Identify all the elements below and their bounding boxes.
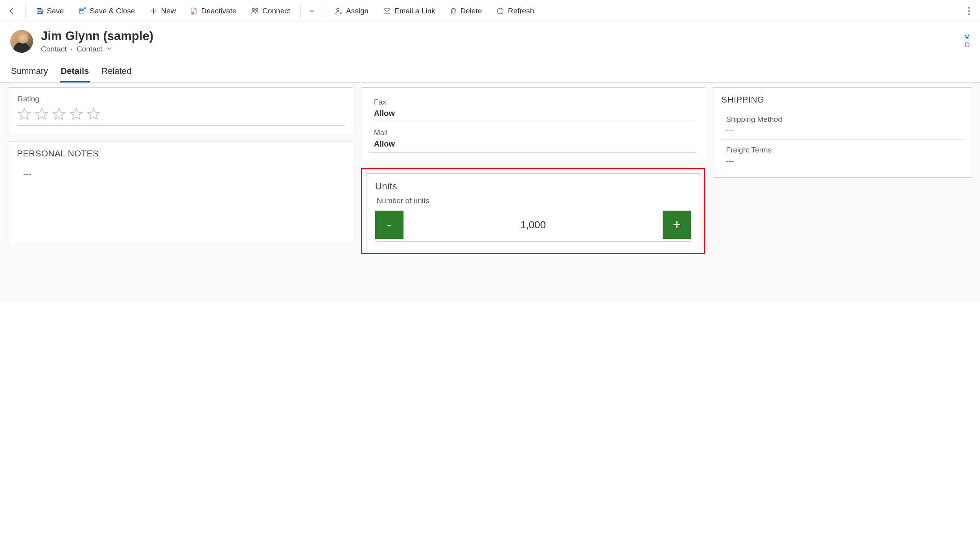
form-canvas: Rating PERSONAL NOTES --- Fax Allow [0,83,980,303]
star-icon [86,106,101,121]
save-button[interactable]: Save [30,0,69,22]
header-right-top: M [964,33,970,41]
svg-point-7 [968,13,970,15]
email-link-label: Email a Link [394,7,435,15]
form-chevron[interactable] [106,45,112,53]
delete-label: Delete [461,7,482,15]
star-icon [34,106,49,121]
form-name: Contact [77,45,102,53]
back-arrow-icon [7,7,16,15]
star-icon [69,106,84,121]
refresh-icon [496,7,505,15]
right-column: SHIPPING Shipping Method --- Freight Ter… [713,87,971,298]
shipping-method-label: Shipping Method [726,115,958,124]
tab-details[interactable]: Details [60,64,90,83]
units-title: Units [375,181,691,192]
mail-label: Mail [374,128,693,137]
fax-value: Allow [374,109,693,118]
units-stepper: - 1,000 + [375,211,691,242]
divider [25,4,26,18]
delete-button[interactable]: Delete [444,0,488,22]
freight-terms-label: Freight Terms [726,146,958,154]
email-icon [383,7,391,15]
rating-stars[interactable] [17,104,345,125]
back-button[interactable] [3,7,20,15]
assign-button[interactable]: Assign [329,0,374,22]
command-bar: Save Save & Close New Deactivate Connect… [0,0,980,22]
shipping-method-value: --- [726,126,958,135]
middle-column: Fax Allow Mail Allow Units Number of uni… [361,87,706,298]
avatar [10,30,33,53]
shipping-title: SHIPPING [721,95,963,105]
rating-label: Rating [18,95,345,103]
fax-label: Fax [374,98,693,106]
units-card: Units Number of units - 1,000 + [366,173,700,249]
units-label: Number of units [375,196,691,208]
shipping-card: SHIPPING Shipping Method --- Freight Ter… [713,87,971,178]
tab-related[interactable]: Related [101,64,132,83]
svg-point-6 [968,10,970,12]
connect-button[interactable]: Connect [245,0,296,22]
mail-value: Allow [374,139,693,149]
left-column: Rating PERSONAL NOTES --- [9,87,353,298]
new-label: New [161,7,176,15]
vertical-dots-icon [968,7,970,15]
assign-icon [334,7,343,15]
divider [324,4,324,18]
refresh-button[interactable]: Refresh [490,0,540,22]
fax-field[interactable]: Fax Allow [369,95,697,122]
svg-rect-4 [384,9,390,13]
notes-title: PERSONAL NOTES [17,149,345,159]
email-link-button[interactable]: Email a Link [377,0,441,22]
trash-icon [449,7,457,15]
save-close-icon [78,7,87,15]
svg-point-1 [252,8,255,10]
deactivate-icon [190,7,198,15]
save-label: Save [47,7,64,15]
save-close-button[interactable]: Save & Close [72,0,140,22]
assign-label: Assign [346,7,368,15]
form-tabs: Summary Details Related [0,55,980,83]
chevron-down-icon [309,7,316,15]
svg-point-2 [256,8,258,10]
rating-card: Rating [9,87,353,133]
plus-icon [149,7,158,15]
connect-label: Connect [262,7,290,15]
chevron-down-icon [106,45,112,51]
freight-terms-value: --- [726,157,958,166]
mail-field[interactable]: Mail Allow [369,125,697,153]
tab-summary[interactable]: Summary [10,64,49,83]
contact-prefs-card: Fax Allow Mail Allow [361,87,706,160]
connect-chevron[interactable] [306,0,319,22]
record-subtitle: Contact · Contact [41,45,153,53]
svg-point-5 [968,7,970,9]
divider [300,4,301,18]
deactivate-button[interactable]: Deactivate [184,0,242,22]
save-close-label: Save & Close [90,7,135,15]
separator-dot: · [70,45,72,53]
units-increment[interactable]: + [663,211,691,239]
svg-point-3 [337,8,339,11]
record-header-right: M O [964,33,970,49]
deactivate-label: Deactivate [201,7,236,15]
star-icon [17,106,32,121]
more-commands[interactable] [961,7,977,15]
record-title: Jim Glynn (sample) [41,29,153,43]
freight-terms-field[interactable]: Freight Terms --- [721,143,963,170]
refresh-label: Refresh [508,7,534,15]
entity-label: Contact [41,45,66,53]
record-header: Jim Glynn (sample) Contact · Contact M O [0,22,980,55]
header-right-bottom: O [964,41,970,49]
units-highlight: Units Number of units - 1,000 + [361,168,706,254]
personal-notes-card: PERSONAL NOTES --- [9,141,353,243]
connect-icon [251,7,259,15]
shipping-method-field[interactable]: Shipping Method --- [721,112,963,139]
units-value[interactable]: 1,000 [520,219,546,231]
units-decrement[interactable]: - [375,211,403,239]
notes-value[interactable]: --- [17,166,345,183]
new-button[interactable]: New [144,0,181,22]
save-icon [36,7,44,15]
star-icon [52,106,66,121]
